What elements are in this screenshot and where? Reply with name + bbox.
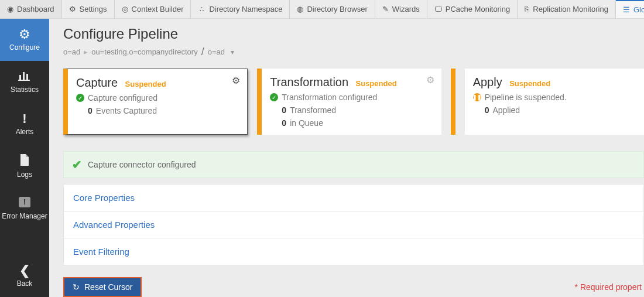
card-title: Capture — [76, 76, 118, 90]
tab-label: Directory Namespace — [209, 5, 282, 13]
breadcrumb-seg: o=ad — [208, 47, 225, 56]
tab-directory-namespace[interactable]: ⛬ Directory Namespace — [191, 0, 290, 18]
accordion-event-filtering[interactable]: Event Filtering — [63, 238, 644, 265]
copy-icon: ⎘ — [525, 5, 529, 13]
refresh-icon: ↻ — [73, 282, 80, 292]
metric-label: Applied — [492, 105, 520, 115]
card-apply[interactable]: Apply Suspended ❚❚ Pipeline is suspended… — [465, 69, 644, 135]
tab-label: Replication Monitoring — [533, 5, 608, 13]
gear-icon[interactable]: ⚙ — [426, 74, 434, 86]
tab-wizards[interactable]: ✎ Wizards — [375, 0, 427, 18]
tab-dashboard[interactable]: ◉ Dashboard — [0, 0, 62, 18]
dashboard-icon: ◉ — [7, 5, 13, 13]
card-status-text: Pipeline is suspended. — [485, 93, 567, 102]
svg-rect-0 — [19, 75, 21, 80]
svg-rect-2 — [26, 74, 28, 80]
cube-icon: ◎ — [122, 5, 128, 13]
card-status-text: Transformation configured — [282, 93, 377, 102]
tab-label: Context Builder — [132, 5, 184, 13]
sidebar-item-error-manager[interactable]: ! Error Manager — [0, 187, 49, 230]
sidebar-item-statistics[interactable]: Statistics — [0, 61, 49, 103]
sidebar-item-label: Back — [17, 279, 33, 288]
status-chip: Suspended — [356, 79, 397, 88]
card-status-text: Capture configured — [88, 93, 157, 103]
error-icon: ! — [19, 197, 30, 210]
back-icon: ❮ — [19, 264, 30, 277]
breadcrumb[interactable]: o=ad ▸ ou=testing,o=companydirectory / o… — [63, 46, 644, 58]
sidebar-item-label: Logs — [17, 170, 32, 179]
metric-label: Events Captured — [96, 106, 157, 115]
banner-text: Capture connector configured — [88, 160, 196, 169]
wand-icon: ✎ — [382, 5, 389, 13]
svg-rect-3 — [18, 80, 30, 81]
button-label: Reset Cursor — [84, 282, 132, 292]
metric-label: Transformed — [290, 105, 336, 115]
metric-value: 0 — [282, 105, 286, 115]
monitor-icon: 🖵 — [434, 5, 442, 13]
tab-label: Wizards — [392, 5, 420, 13]
card-capture[interactable]: Capture Suspended ⚙ ✓ Capture configured… — [63, 69, 248, 135]
tab-directory-browser[interactable]: ◍ Directory Browser — [290, 0, 375, 18]
check-icon: ✔ — [72, 158, 82, 172]
status-chip: Suspended — [125, 80, 166, 88]
main-panel: Configure Pipeline o=ad ▸ ou=testing,o=c… — [49, 19, 644, 297]
sidebar: ⚙ Configure Statistics ! Alerts Logs ! E… — [0, 19, 49, 297]
sidebar-item-logs[interactable]: Logs — [0, 145, 49, 187]
breadcrumb-seg: ou=testing,o=companydirectory — [91, 47, 197, 56]
tab-label: PCache Monitoring — [446, 5, 511, 13]
card-transformation[interactable]: Transformation Suspended ⚙ ✓ Transformat… — [257, 69, 441, 135]
sidebar-item-configure[interactable]: ⚙ Configure — [0, 19, 49, 61]
card-separator — [451, 69, 455, 135]
card-title: Transformation — [270, 76, 348, 89]
sidebar-item-label: Statistics — [11, 86, 39, 94]
tab-settings[interactable]: ⚙ Settings — [62, 0, 115, 18]
sidebar-item-label: Configure — [9, 43, 40, 52]
status-chip: Suspended — [509, 79, 550, 88]
tab-replication-monitoring[interactable]: ⎘ Replication Monitoring — [518, 0, 616, 18]
breadcrumb-sep-icon: ▸ — [84, 47, 88, 56]
tab-label: Dashboard — [17, 5, 54, 13]
tab-pcache-monitoring[interactable]: 🖵 PCache Monitoring — [427, 0, 518, 18]
gears-icon: ⚙ — [19, 28, 30, 41]
pause-icon: ❚❚ — [473, 93, 481, 101]
footer-row: ↻ Reset Cursor * Required propert — [63, 277, 644, 297]
required-note: * Required propert — [575, 282, 644, 292]
metric-value: 0 — [282, 118, 286, 128]
tab-context-builder[interactable]: ◎ Context Builder — [115, 0, 191, 18]
tab-label: Directory Browser — [307, 5, 367, 13]
file-icon — [19, 154, 30, 168]
accordion-core-properties[interactable]: Core Properties — [63, 184, 644, 211]
check-icon: ✓ — [270, 93, 278, 101]
gear-icon[interactable]: ⚙ — [232, 75, 240, 86]
tab-global-sync[interactable]: ☰ Global Sync — [616, 0, 644, 18]
gear-icon: ⚙ — [69, 5, 76, 13]
list-icon: ☰ — [623, 5, 630, 14]
success-banner: ✔ Capture connector configured — [63, 151, 644, 178]
tab-label: Settings — [80, 5, 107, 13]
metric-value: 0 — [485, 105, 489, 115]
breadcrumb-slash-icon: / — [201, 46, 204, 58]
accordion-advanced-properties[interactable]: Advanced Properties — [63, 211, 644, 238]
metric-label: in Queue — [290, 118, 323, 128]
sidebar-item-alerts[interactable]: ! Alerts — [0, 103, 49, 145]
breadcrumb-seg: o=ad — [63, 47, 80, 56]
sidebar-item-label: Alerts — [16, 128, 34, 136]
reset-cursor-button[interactable]: ↻ Reset Cursor — [63, 277, 142, 297]
chart-icon — [18, 70, 31, 83]
alert-icon: ! — [22, 112, 26, 125]
metric-value: 0 — [88, 106, 93, 115]
card-title: Apply — [473, 76, 502, 89]
sidebar-item-label: Error Manager — [2, 212, 47, 220]
page-title: Configure Pipeline — [63, 26, 644, 42]
svg-text:!: ! — [23, 197, 26, 206]
chevron-down-icon: ▾ — [231, 48, 234, 56]
top-tabbar: ◉ Dashboard ⚙ Settings ◎ Context Builder… — [0, 0, 644, 19]
accordion-list: Core Properties Advanced Properties Even… — [63, 184, 644, 265]
globe-icon: ◍ — [297, 5, 303, 13]
tab-label: Global Sync — [633, 5, 644, 14]
sidebar-item-back[interactable]: ❮ Back — [0, 255, 49, 297]
svg-rect-1 — [23, 72, 25, 80]
check-icon: ✓ — [76, 94, 84, 102]
pipeline-cards: Capture Suspended ⚙ ✓ Capture configured… — [63, 69, 644, 135]
tree-icon: ⛬ — [198, 5, 205, 13]
